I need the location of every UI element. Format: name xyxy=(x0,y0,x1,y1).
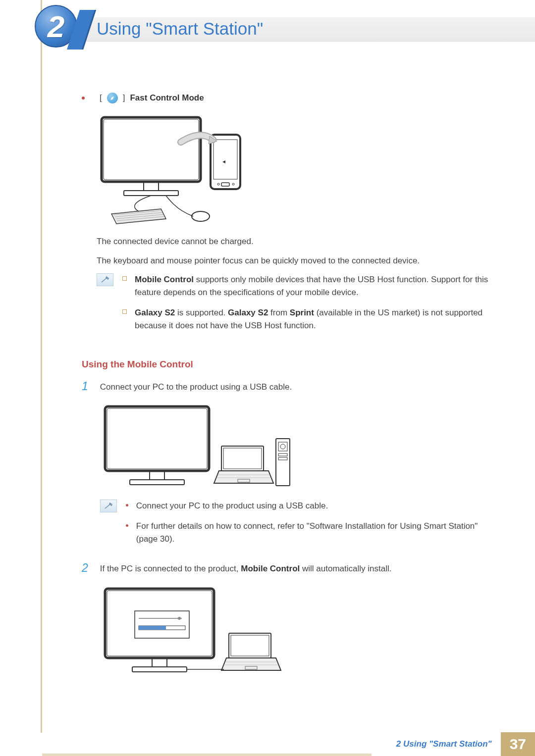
svg-rect-17 xyxy=(130,480,184,485)
note2-bold2: Galaxy S2 xyxy=(228,308,268,317)
svg-point-8 xyxy=(192,211,210,221)
svg-rect-10 xyxy=(214,140,237,179)
svg-rect-11 xyxy=(221,183,229,186)
bracket-open: [ xyxy=(100,92,102,104)
step2-text: If the PC is connected to the product, M… xyxy=(100,562,495,575)
step1-text: Connect your PC to the product using a U… xyxy=(100,381,495,394)
note2-mid2: from xyxy=(268,308,289,317)
svg-rect-36 xyxy=(139,626,166,630)
step2-pre: If the PC is connected to the product, xyxy=(100,564,241,573)
svg-rect-32 xyxy=(135,611,189,638)
left-accent-bar xyxy=(41,0,42,733)
illustration-fast-control xyxy=(97,112,495,226)
svg-rect-26 xyxy=(278,454,287,456)
fast-control-icon xyxy=(107,93,118,103)
svg-point-34 xyxy=(178,617,181,620)
note-block-step1: Connect your PC to the product using a U… xyxy=(100,500,495,553)
note2-bold3: Sprint xyxy=(290,308,314,317)
step2-bold: Mobile Control xyxy=(241,564,300,573)
mode-heading-row: [ ] Fast Control Mode xyxy=(82,92,495,104)
svg-rect-24 xyxy=(278,442,287,451)
footer-page-number: 37 xyxy=(501,732,535,756)
square-bullet-icon xyxy=(122,309,127,314)
svg-rect-0 xyxy=(102,117,201,182)
square-bullet-icon xyxy=(122,276,127,281)
mode-desc-1: The connected device cannot be charged. xyxy=(97,235,495,248)
svg-rect-3 xyxy=(124,191,178,196)
note-item: For further details on how to connect, r… xyxy=(126,520,495,546)
svg-rect-18 xyxy=(221,446,264,471)
svg-rect-38 xyxy=(231,635,269,656)
note-block-1: Mobile Control supports only mobile devi… xyxy=(97,273,495,339)
note-item: Galaxy S2 is supported. Galaxy S2 from S… xyxy=(122,306,495,333)
bracket-close: ] xyxy=(123,92,125,104)
footer-chapter-label: 2 Using "Smart Station" xyxy=(387,732,501,756)
mode-desc-2: The keyboard and mouse pointer focus can… xyxy=(97,254,495,267)
svg-rect-23 xyxy=(276,439,290,486)
bullet-dot-icon xyxy=(126,524,128,527)
bullet-dot-icon xyxy=(82,97,85,100)
illustration-install xyxy=(100,584,495,683)
svg-rect-29 xyxy=(107,591,212,656)
svg-rect-30 xyxy=(152,658,167,667)
svg-rect-2 xyxy=(144,182,159,191)
svg-rect-31 xyxy=(132,667,187,672)
page-footer: 2 Using "Smart Station" 37 xyxy=(387,732,535,756)
svg-rect-19 xyxy=(223,448,262,469)
note1-bold: Mobile Control xyxy=(135,275,194,284)
mode-name: Fast Control Mode xyxy=(130,92,204,104)
page-content: [ ] Fast Control Mode xyxy=(82,92,495,699)
svg-rect-1 xyxy=(104,119,199,180)
svg-rect-27 xyxy=(278,457,287,460)
note2-bold1: Galaxy S2 xyxy=(135,308,175,317)
svg-point-12 xyxy=(217,183,219,185)
note-item: Mobile Control supports only mobile devi… xyxy=(122,273,495,300)
note-item: Connect your PC to the product using a U… xyxy=(126,500,495,512)
step-1: 1 Connect your PC to the product using a… xyxy=(82,381,495,553)
note2-mid1: is supported. xyxy=(175,308,228,317)
svg-point-25 xyxy=(280,444,285,449)
svg-rect-37 xyxy=(229,633,271,658)
svg-rect-28 xyxy=(105,589,214,658)
note-icon xyxy=(100,500,117,512)
bullet-dot-icon xyxy=(126,504,128,506)
chapter-title: Using "Smart Station" xyxy=(97,19,263,39)
footer-accent-bar xyxy=(42,754,372,756)
svg-rect-14 xyxy=(105,406,209,471)
step-2: 2 If the PC is connected to the product,… xyxy=(82,562,495,691)
step-number: 1 xyxy=(82,381,88,553)
illustration-connect-pc xyxy=(100,402,495,491)
svg-point-13 xyxy=(232,183,234,185)
chapter-number: 2 xyxy=(48,9,64,44)
step1-note-a: Connect your PC to the product using a U… xyxy=(136,500,328,512)
svg-rect-16 xyxy=(150,471,164,480)
svg-rect-15 xyxy=(107,408,207,469)
step-number: 2 xyxy=(82,562,88,691)
step2-post: will automatically install. xyxy=(300,564,391,573)
note-icon xyxy=(97,273,113,286)
chapter-slash-decor xyxy=(73,10,88,50)
step1-note-b: For further details on how to connect, r… xyxy=(136,520,495,546)
section-heading: Using the Mobile Control xyxy=(82,357,495,371)
